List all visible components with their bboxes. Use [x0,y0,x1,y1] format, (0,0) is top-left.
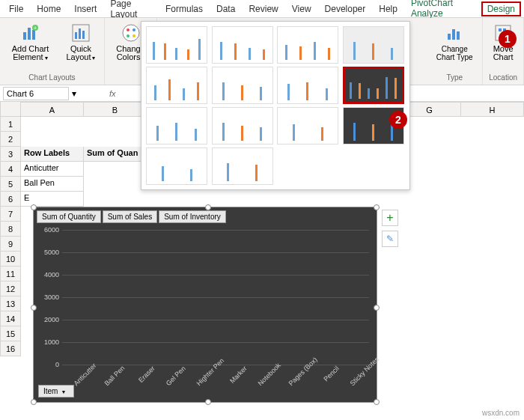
callout-1: 1 [499,30,517,48]
svg-rect-14 [448,34,451,40]
row-header[interactable]: 4 [0,162,21,177]
style-thumb[interactable] [277,67,338,104]
group-chart-layouts: + Add Chart Element Quick Layout Chart L… [0,18,105,85]
chart-styles-gallery[interactable] [141,21,410,190]
svg-point-12 [127,34,130,37]
chart-side-buttons: + ✎ [382,210,398,247]
plot-area[interactable]: 0100020003000400050006000 [62,230,369,365]
tab-view[interactable]: View [286,1,317,16]
col-header[interactable]: H [461,102,524,117]
chart-elements-button[interactable]: + [382,210,398,226]
svg-point-11 [132,28,135,31]
item-filter-button[interactable]: Item [38,385,74,398]
tab-home[interactable]: Home [31,1,67,16]
tab-data[interactable]: Data [210,1,241,16]
row-header[interactable]: 7 [0,207,21,222]
tab-developer[interactable]: Developer [319,1,372,16]
col-header[interactable]: B [84,102,147,117]
group-label-layouts: Chart Layouts [28,73,75,82]
group-label-type: Type [446,73,463,82]
tab-file[interactable]: File [3,1,29,16]
style-thumb[interactable] [212,107,273,144]
change-chart-type-button[interactable]: Change Chart Type [431,21,478,63]
svg-rect-18 [499,28,502,31]
svg-text:+: + [34,25,37,31]
row-header[interactable]: 12 [0,281,21,296]
style-thumb[interactable] [343,26,404,64]
tab-insert[interactable]: Insert [68,1,103,16]
group-type: Change Chart Type Type [427,18,483,85]
row-header[interactable]: 5 [0,177,21,192]
row-header[interactable]: 11 [0,267,21,281]
chart-type-icon [444,22,465,43]
svg-rect-2 [32,30,35,40]
svg-rect-16 [457,31,460,40]
svg-rect-8 [82,31,85,39]
style-thumb[interactable] [212,67,273,104]
palette-icon [121,22,141,43]
group-location: Move Chart Location [483,18,524,85]
style-thumb-selected[interactable] [343,67,404,104]
svg-rect-0 [23,32,26,40]
x-axis-labels: AnticutterBall PenEraserGel PenHighter P… [62,365,369,398]
row-header[interactable]: 3 [0,147,21,162]
quick-layout-icon [70,22,91,43]
style-thumb[interactable] [146,147,207,185]
callout-2: 2 [389,111,407,129]
svg-rect-1 [28,28,31,40]
chart-styles-button[interactable]: ✎ [382,231,398,247]
group-label-location: Location [489,73,517,82]
style-thumb[interactable] [146,107,207,144]
style-thumb[interactable] [146,67,207,104]
tab-formulas[interactable]: Formulas [159,1,209,16]
row-header[interactable]: 13 [0,296,21,311]
name-box[interactable] [3,87,69,100]
col-header[interactable]: A [21,102,84,117]
select-all-cell[interactable] [0,102,21,117]
svg-point-10 [127,28,130,31]
svg-rect-6 [75,32,77,39]
field-button-inventory[interactable]: Sum of Inventory [159,210,226,223]
row-header[interactable]: 6 [0,192,21,207]
style-thumb[interactable] [212,26,273,64]
row-header[interactable]: 15 [0,326,21,341]
row-header[interactable]: 8 [0,222,21,237]
row-header[interactable]: 9 [0,237,21,252]
cell[interactable]: Row Labels [21,147,84,162]
style-thumb[interactable] [277,26,338,64]
row-header[interactable]: 14 [0,311,21,326]
fx-label[interactable]: fx [109,89,116,98]
watermark: wsxdn.com [482,409,520,417]
svg-point-9 [123,25,139,41]
cell[interactable]: Ball Pen [21,177,84,192]
style-thumb[interactable] [146,26,207,64]
pivot-chart[interactable]: Sum of Quantity Sum of Sales Sum of Inve… [33,207,377,403]
chart-element-icon: + [19,22,40,43]
cell[interactable]: E [21,192,84,207]
tab-review[interactable]: Review [243,1,284,16]
style-thumb[interactable] [277,107,338,144]
svg-rect-7 [79,28,81,39]
svg-point-13 [132,34,135,37]
tab-design[interactable]: Design [481,1,521,16]
ribbon-tabs: File Home Insert Page Layout Formulas Da… [0,0,524,18]
svg-rect-15 [452,29,455,40]
row-header[interactable]: 1 [0,117,21,132]
cell[interactable]: Anticutter [21,162,84,177]
field-button-quantity[interactable]: Sum of Quantity [37,210,101,223]
cell[interactable]: Sum of Quan [84,147,147,162]
chart-field-buttons: Sum of Quantity Sum of Sales Sum of Inve… [34,207,377,226]
row-header[interactable]: 16 [0,341,21,356]
row-header[interactable]: 10 [0,252,21,267]
namebox-dropdown-icon[interactable]: ▾ [72,88,76,99]
style-thumb[interactable] [212,147,273,185]
quick-layout-button[interactable]: Quick Layout [62,21,100,64]
field-button-sales[interactable]: Sum of Sales [103,210,157,223]
tab-help[interactable]: Help [373,1,403,16]
add-chart-element-button[interactable]: + Add Chart Element [4,21,56,64]
row-header[interactable]: 2 [0,132,21,147]
